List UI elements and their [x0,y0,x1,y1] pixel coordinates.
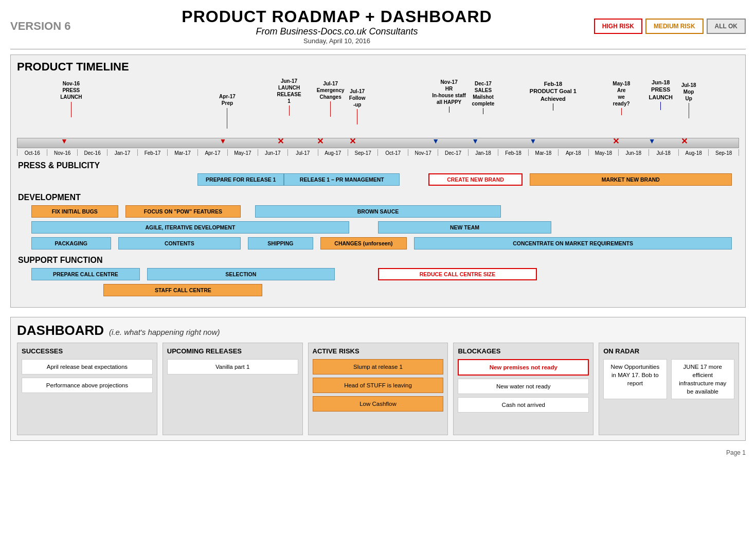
event-may18: May-18Areweready? [613,80,630,115]
dashboard-cols: SUCCESSES April release beat expectation… [17,343,739,435]
marker-arrow-apr17: ▼ [220,137,227,145]
dev-row2: AGILE, ITERATIVE DEVELOPMENT NEW TEAM [17,221,739,235]
bar-create-new-brand: CREATE NEW BRAND [428,173,523,186]
risks-title: ACTIVE RISKS [313,347,444,355]
development-title: DEVELOPMENT [17,193,739,202]
event-feb18: Feb-18PRODUCT Goal 1Achieved [530,80,577,111]
month-oct17: Oct-17 [377,149,407,156]
blockages-title: BLOCKAGES [458,347,589,355]
bar-new-team: NEW TEAM [378,221,551,234]
press-publicity-row: PREPARE FOR RELEASE 1 RELEASE 1 – PR MAN… [17,173,739,188]
main-title: PRODUCT ROADMAP + DASHBOARD [93,7,581,26]
date-label: Sunday, April 10, 2016 [93,37,581,45]
month-oct16: Oct-16 [17,149,47,156]
bar-release1-pr: RELEASE 1 – PR MANAGEMENT [284,173,400,186]
on-radar-col: ON RADAR New Opportunities in MAY 17. Bo… [599,343,739,435]
risk-buttons-group: HIGH RISK MEDIUM RISK ALL OK [581,19,746,34]
blockage-item-3: Cash not arrived [458,397,589,413]
version-label: VERSION 6 [10,20,93,33]
event-nov16: Nov-16PRESSLAUNCH [60,80,82,117]
bar-packaging: PACKAGING [31,237,111,249]
month-may17: May-17 [227,149,257,156]
event-jul17-follow: Jul-17Follow-up [349,88,366,124]
marker-x-jun17: ✕ [277,136,284,146]
success-item-1: April release beat expectations [22,359,153,374]
support-row1: PREPARE CALL CENTRE SELECTION REDUCE CAL… [17,268,739,281]
event-jun18: Jun-18PRESSLAUNCH [649,79,673,110]
radar-item-2: JUNE 17 more efficient infrastructure ma… [671,359,734,399]
timeline-events-row: Nov-16PRESSLAUNCH Apr-17Prep Jun-17LAUNC… [17,78,739,137]
on-radar-title: ON RADAR [603,347,734,355]
month-dec17: Dec-17 [438,149,467,156]
marker-arrow-nov17: ▼ [432,137,439,145]
marker-x-may18: ✕ [613,136,619,146]
marker-arrow-jun18: ▼ [649,137,656,145]
on-radar-items: New Opportunities in MAY 17. Bob to repo… [603,359,734,402]
month-jan18: Jan-18 [468,149,498,156]
risks-col: ACTIVE RISKS Slump at release 1 Head of … [308,343,448,435]
upcoming-item-1: Vanilla part 1 [167,359,298,374]
risk-item-3: Low Cashflow [313,396,444,412]
month-nov17: Nov-17 [408,149,438,156]
month-dec16: Dec-16 [77,149,107,156]
month-apr18: Apr-18 [558,149,588,156]
sub-title: From Business-Docs.co.uk Consultants [93,26,581,37]
all-ok-button[interactable]: ALL OK [707,19,746,34]
bar-contents: CONTENTS [118,237,241,249]
timeline-bar: ✕ ✕ ✕ ✕ ✕ ▼ ▼ ▼ ▼ ▼ ▼ [17,138,739,148]
month-mar17: Mar-17 [167,149,197,156]
timeline-area: Nov-16PRESSLAUNCH Apr-17Prep Jun-17LAUNC… [17,78,739,156]
month-feb18: Feb-18 [498,149,528,156]
bar-focus-pow: FOCUS ON "POW" FEATURES [125,205,241,218]
bar-selection: SELECTION [147,268,335,280]
bar-concentrate-market: CONCENTRATE ON MARKET REQUIREMENTS [414,237,732,249]
marker-arrow-nov16: ▼ [61,137,68,145]
roadmap-section: PRODUCT TIMELINE Nov-16PRESSLAUNCH Apr-1… [10,55,746,308]
upcoming-col: UPCOMING RELEASES Vanilla part 1 [163,343,303,435]
marker-x-jul18: ✕ [681,136,688,146]
bar-prepare-release1: PREPARE FOR RELEASE 1 [197,173,284,186]
support-title: SUPPORT FUNCTION [17,256,739,265]
bar-agile: AGILE, ITERATIVE DEVELOPMENT [31,221,349,234]
development-section: DEVELOPMENT FIX INITIAL BUGS FOCUS ON "P… [17,193,739,251]
successes-title: SUCCESSES [22,347,153,355]
dashboard-title: DASHBOARD [17,323,104,338]
month-jul17: Jul-17 [287,149,317,156]
page-number: Page 1 [0,446,756,458]
event-jul18: Jul-18MopUp [681,82,696,118]
month-jun17: Jun-17 [258,149,287,156]
medium-risk-button[interactable]: MEDIUM RISK [645,19,704,34]
bar-shipping: SHIPPING [248,237,313,249]
marker-arrow-dec17: ▼ [472,137,479,145]
marker-x-jul17b: ✕ [349,136,356,146]
bar-reduce-call-centre: REDUCE CALL CENTRE SIZE [378,268,537,280]
timeline-months: Oct-16 Nov-16 Dec-16 Jan-17 Feb-17 Mar-1… [17,149,739,156]
dashboard-section: DASHBOARD (i.e. what's happening right n… [10,317,746,441]
high-risk-button[interactable]: HIGH RISK [594,19,642,34]
radar-item-1: New Opportunities in MAY 17. Bob to repo… [603,359,667,399]
dev-row1: FIX INITIAL BUGS FOCUS ON "POW" FEATURES… [17,205,739,219]
support-section: SUPPORT FUNCTION PREPARE CALL CENTRE SEL… [17,256,739,297]
bar-market-new-brand: MARKET NEW BRAND [530,173,732,186]
dashboard-title-row: DASHBOARD (i.e. what's happening right n… [17,323,739,338]
press-publicity-title: PRESS & PUBLICITY [17,161,739,170]
roadmap-title: PRODUCT TIMELINE [17,60,739,74]
month-aug18: Aug-18 [678,149,708,156]
header-center: PRODUCT ROADMAP + DASHBOARD From Busines… [93,7,581,45]
month-jul18: Jul-18 [649,149,678,156]
dashboard-subtitle: (i.e. what's happening right now) [109,328,220,336]
month-jan17: Jan-17 [107,149,137,156]
blockage-item-1: New premises not ready [458,359,589,376]
main-wrapper: PRODUCT TIMELINE Nov-16PRESSLAUNCH Apr-1… [0,49,756,446]
month-feb17: Feb-17 [137,149,167,156]
marker-x-jul17a: ✕ [317,136,323,146]
bar-changes: CHANGES (unforseen) [320,237,407,249]
success-item-2: Performance above projections [22,378,153,393]
marker-arrow-feb18: ▼ [529,137,536,145]
event-jul17-emerg: Jul-17EmergencyChanges [317,80,345,117]
bar-brown-sauce: BROWN SAUCE [255,205,500,218]
event-nov17: Nov-17HRIn-house staffall HAPPY [432,79,466,113]
month-sep18: Sep-18 [708,149,739,156]
dev-row3: PACKAGING CONTENTS SHIPPING CHANGES (unf… [17,237,739,251]
successes-col: SUCCESSES April release beat expectation… [17,343,157,435]
